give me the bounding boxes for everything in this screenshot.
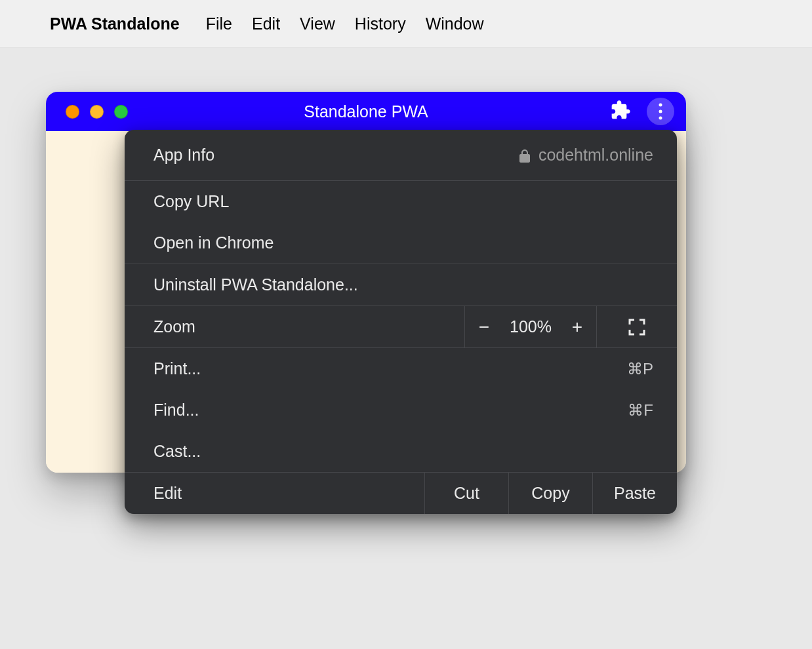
menu-uninstall[interactable]: Uninstall PWA Standalone... (125, 264, 677, 305)
extensions-icon[interactable] (610, 100, 631, 123)
cut-button[interactable]: Cut (425, 473, 509, 514)
menu-find[interactable]: Find... ⌘F (125, 389, 677, 431)
find-shortcut: ⌘F (628, 401, 653, 420)
more-options-button[interactable] (647, 98, 674, 125)
menu-view[interactable]: View (300, 14, 335, 33)
svg-point-1 (659, 110, 662, 113)
menu-history[interactable]: History (355, 14, 406, 33)
menu-open-in-chrome[interactable]: Open in Chrome (125, 222, 677, 264)
menu-file[interactable]: File (206, 14, 232, 33)
print-shortcut: ⌘P (627, 360, 653, 378)
menubar-app-name[interactable]: PWA Standalone (50, 14, 180, 33)
app-info-label: App Info (153, 146, 214, 165)
window-close-button[interactable] (66, 105, 79, 119)
edit-label: Edit (153, 484, 182, 503)
window-titlebar: Standalone PWA (46, 92, 686, 131)
fullscreen-button[interactable] (597, 306, 677, 347)
window-minimize-button[interactable] (90, 105, 104, 119)
paste-button[interactable]: Paste (593, 473, 677, 514)
menu-edit-row: Edit Cut Copy Paste (125, 473, 677, 514)
macos-menubar: PWA Standalone File Edit View History Wi… (0, 0, 812, 48)
menu-print[interactable]: Print... ⌘P (125, 348, 677, 389)
traffic-lights (66, 105, 128, 119)
copy-button[interactable]: Copy (509, 473, 593, 514)
fullscreen-icon (628, 318, 646, 336)
menu-copy-url[interactable]: Copy URL (125, 181, 677, 222)
menu-app-info[interactable]: App Info codehtml.online (125, 130, 677, 180)
menu-cast[interactable]: Cast... (125, 431, 677, 472)
app-domain: codehtml.online (538, 146, 653, 165)
zoom-percentage: 100% (503, 317, 558, 336)
window-maximize-button[interactable] (114, 105, 128, 119)
svg-point-0 (659, 104, 662, 107)
lock-icon (519, 148, 531, 163)
zoom-in-button[interactable]: + (558, 317, 596, 338)
menu-edit[interactable]: Edit (252, 14, 280, 33)
window-title: Standalone PWA (304, 102, 428, 121)
zoom-label: Zoom (153, 317, 195, 336)
menu-window[interactable]: Window (426, 14, 484, 33)
menu-zoom-row: Zoom − 100% + (125, 306, 677, 348)
zoom-out-button[interactable]: − (465, 317, 503, 338)
app-menu-dropdown: App Info codehtml.online Copy URL Open i… (125, 130, 677, 514)
svg-point-2 (659, 117, 662, 120)
